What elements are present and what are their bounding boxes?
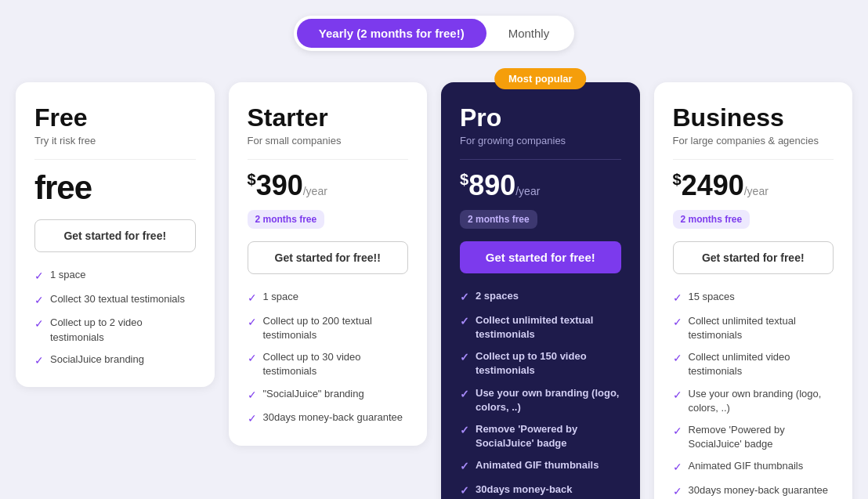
feature-item: ✓1 space (34, 268, 196, 284)
free-months-badge-pro: 2 months free (460, 210, 537, 229)
check-icon: ✓ (460, 290, 469, 306)
plans-grid: FreeTry it risk freefreeGet started for … (16, 82, 852, 499)
feature-text: 15 spaces (689, 290, 735, 304)
feature-text: Animated GIF thumbnails (476, 458, 599, 472)
plan-name-pro: Pro (460, 104, 621, 132)
check-icon: ✓ (673, 388, 682, 403)
billing-toggle: Yearly (2 months for free!) Monthly (16, 16, 852, 51)
free-months-badge-business: 2 months free (673, 210, 750, 229)
check-icon: ✓ (248, 291, 257, 306)
check-icon: ✓ (248, 388, 257, 403)
most-popular-badge: Most popular (494, 68, 587, 89)
plan-subtitle-free: Try it risk free (34, 135, 196, 146)
plan-card-starter: StarterFor small companies$390/year2 mon… (229, 82, 428, 446)
feature-item: ✓Collect up to 150 video testimonials (460, 349, 621, 378)
cta-button-business[interactable]: Get started for free! (673, 241, 834, 274)
price-amount-pro: $890/year (460, 169, 540, 202)
price-row-business: $2490/year2 months free (673, 169, 834, 229)
feature-text: 2 spaces (476, 289, 519, 303)
cta-button-pro[interactable]: Get started for free! (460, 241, 621, 273)
feature-text: 1 space (50, 268, 86, 282)
check-icon: ✓ (248, 315, 257, 331)
feature-item: ✓15 spaces (673, 290, 834, 306)
check-icon: ✓ (460, 459, 469, 475)
cta-button-free[interactable]: Get started for free! (34, 219, 196, 252)
feature-item: ✓Remove 'Powered by SocialJuice' badge (673, 423, 834, 451)
feature-text: Remove 'Powered by SocialJuice' badge (476, 422, 621, 450)
cta-button-starter[interactable]: Get started for free!! (248, 241, 409, 274)
feature-text: Collect up to 2 video testimonials (50, 316, 196, 344)
check-icon: ✓ (673, 351, 682, 367)
feature-item: ✓Collect 30 textual testimonials (34, 292, 196, 309)
plan-subtitle-business: For large companies & agencies (673, 135, 834, 146)
feature-item: ✓Use your own branding (logo, colors, ..… (460, 386, 621, 414)
feature-item: ✓30days money-back guarantee (673, 483, 834, 499)
feature-text: 30days money-back guarantee (476, 483, 621, 499)
check-icon: ✓ (460, 483, 469, 499)
feature-text: 30days money-back guarantee (689, 483, 829, 497)
feature-item: ✓Collect unlimited textual testimonials (673, 314, 834, 342)
plan-card-free: FreeTry it risk freefreeGet started for … (16, 82, 215, 387)
feature-text: Use your own branding (logo, colors, ..) (476, 386, 621, 414)
check-icon: ✓ (34, 316, 44, 332)
feature-item: ✓Animated GIF thumbnails (673, 459, 834, 475)
feature-text: Use your own branding (logo, colors, ..) (689, 387, 834, 415)
feature-text: Collect unlimited textual testimonials (689, 314, 834, 342)
feature-item: ✓2 spaces (460, 289, 621, 306)
check-icon: ✓ (673, 315, 682, 331)
feature-item: ✓Use your own branding (logo, colors, ..… (673, 387, 834, 415)
feature-item: ✓30days money-back guarantee (248, 410, 409, 427)
feature-text: Collect unlimited textual testimonials (476, 313, 621, 342)
plan-name-starter: Starter (248, 104, 409, 132)
free-months-badge-starter: 2 months free (248, 210, 325, 229)
check-icon: ✓ (673, 484, 682, 499)
yearly-toggle-button[interactable]: Yearly (2 months for free!) (297, 19, 486, 48)
divider-pro (460, 159, 621, 160)
price-row-free: free (34, 169, 196, 207)
feature-text: Remove 'Powered by SocialJuice' badge (689, 423, 834, 451)
divider-free (34, 159, 196, 160)
plan-card-business: BusinessFor large companies & agencies$2… (654, 82, 853, 499)
features-list-free: ✓1 space✓Collect 30 textual testimonials… (34, 268, 196, 368)
feature-item: ✓30days money-back guarantee (460, 483, 621, 499)
feature-item: ✓Collect unlimited video testimonials (673, 350, 834, 378)
check-icon: ✓ (248, 411, 257, 427)
price-row-starter: $390/year2 months free (248, 169, 409, 229)
feature-item: ✓"SocialJuice" branding (248, 387, 409, 403)
check-icon: ✓ (673, 424, 682, 439)
price-row-pro: $890/year2 months free (460, 169, 621, 229)
feature-item: ✓SocialJuice branding (34, 353, 196, 369)
features-list-starter: ✓1 space✓Collect up to 200 textual testi… (248, 290, 409, 427)
divider-business (673, 159, 834, 160)
feature-item: ✓Collect up to 2 video testimonials (34, 316, 196, 344)
check-icon: ✓ (248, 351, 257, 367)
feature-text: 1 space (263, 290, 299, 304)
check-icon: ✓ (34, 293, 44, 309)
check-icon: ✓ (460, 387, 469, 403)
feature-text: Collect unlimited video testimonials (689, 350, 834, 378)
feature-item: ✓Animated GIF thumbnails (460, 458, 621, 475)
feature-text: Collect up to 200 textual testimonials (263, 314, 409, 342)
features-list-business: ✓15 spaces✓Collect unlimited textual tes… (673, 290, 834, 499)
price-free-free: free (34, 169, 92, 207)
monthly-toggle-button[interactable]: Monthly (486, 19, 572, 48)
toggle-container: Yearly (2 months for free!) Monthly (294, 16, 574, 51)
features-list-pro: ✓2 spaces✓Collect unlimited textual test… (460, 289, 621, 499)
feature-item: ✓Collect up to 30 video testimonials (248, 350, 409, 378)
feature-text: 30days money-back guarantee (263, 410, 403, 425)
price-amount-business: $2490/year (673, 169, 769, 202)
plan-name-business: Business (673, 104, 834, 132)
feature-item: ✓Remove 'Powered by SocialJuice' badge (460, 422, 621, 450)
feature-item: ✓Collect unlimited textual testimonials (460, 313, 621, 342)
check-icon: ✓ (34, 353, 44, 369)
plan-subtitle-starter: For small companies (248, 135, 409, 146)
check-icon: ✓ (460, 314, 469, 330)
divider-starter (248, 159, 409, 160)
feature-text: "SocialJuice" branding (263, 387, 364, 401)
plan-name-free: Free (34, 104, 196, 132)
check-icon: ✓ (460, 423, 469, 439)
price-amount-starter: $390/year (248, 169, 327, 202)
check-icon: ✓ (460, 350, 469, 366)
check-icon: ✓ (673, 291, 682, 306)
check-icon: ✓ (34, 269, 44, 284)
